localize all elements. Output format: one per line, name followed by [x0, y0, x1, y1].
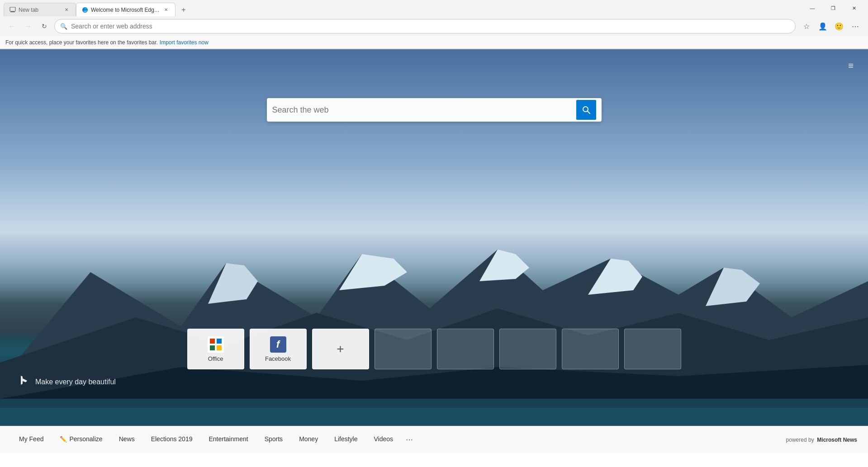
add-icon: + [332, 341, 349, 357]
tab-close-edge[interactable]: ✕ [162, 6, 170, 14]
minimize-button[interactable]: — [802, 0, 823, 16]
search-container [267, 98, 602, 122]
news-tab-entertainment[interactable]: Entertainment [200, 426, 256, 453]
new-tab-button[interactable]: + [177, 4, 190, 16]
news-tab-money-label: Money [299, 435, 318, 443]
tab-title-edge: Welcome to Microsoft Edge Dev [91, 7, 160, 13]
news-tab-lifestyle-label: Lifestyle [334, 435, 357, 443]
tab-title-newtab: New tab [19, 7, 60, 13]
shortcut-facebook[interactable]: f Facebook [250, 329, 307, 369]
shortcut-add[interactable]: + [312, 329, 369, 369]
facebook-icon: f [270, 336, 286, 353]
shortcut-empty-2[interactable] [437, 329, 494, 369]
news-tab-lifestyle[interactable]: Lifestyle [326, 426, 365, 453]
news-more-button[interactable]: ⋯ [401, 426, 417, 453]
bing-logo [18, 374, 31, 390]
address-search-icon: 🔍 [60, 23, 67, 30]
search-box [267, 98, 602, 122]
news-tab-elections[interactable]: Elections 2019 [143, 426, 201, 453]
browser-window: New tab ✕ Welcome to Microsoft Edge Dev [0, 0, 868, 453]
emoji-button[interactable]: 🙂 [832, 19, 846, 33]
bing-brand: Make every day beautiful [18, 374, 116, 390]
search-input[interactable] [272, 105, 573, 115]
news-tab-personalize-label: Personalize [69, 435, 102, 443]
news-navigation: My Feed ✏️ Personalize News Elections 20… [11, 426, 786, 453]
svg-rect-0 [10, 7, 15, 11]
office-icon [208, 336, 224, 353]
news-tab-money[interactable]: Money [291, 426, 326, 453]
powered-by: powered by Microsoft News [786, 437, 857, 443]
profile-button[interactable]: 👤 [816, 19, 830, 33]
address-bar: ← → ↻ 🔍 ☆ 👤 🙂 ⋯ [0, 16, 868, 36]
news-tab-elections-label: Elections 2019 [151, 435, 193, 443]
search-button[interactable] [576, 100, 596, 120]
tab-strip: New tab ✕ Welcome to Microsoft Edge Dev [4, 0, 802, 16]
address-input-container: 🔍 [54, 19, 796, 33]
news-tab-sports[interactable]: Sports [256, 426, 291, 453]
news-tab-my-feed[interactable]: My Feed [11, 426, 52, 453]
close-button[interactable]: ✕ [844, 0, 864, 16]
news-tab-entertainment-label: Entertainment [209, 435, 248, 443]
favorites-button[interactable]: ☆ [799, 19, 814, 33]
favorites-bar: For quick access, place your favorites h… [0, 36, 868, 49]
bing-tagline: Make every day beautiful [35, 378, 116, 386]
shortcut-empty-3[interactable] [499, 329, 556, 369]
window-controls: — ❐ ✕ [802, 0, 864, 16]
shortcut-office[interactable]: Office [187, 329, 244, 369]
browser-chrome: New tab ✕ Welcome to Microsoft Edge Dev [0, 0, 868, 49]
forward-button[interactable]: → [22, 20, 34, 33]
shortcut-facebook-label: Facebook [265, 355, 291, 362]
svg-rect-2 [10, 12, 15, 12]
shortcut-empty-1[interactable] [375, 329, 432, 369]
refresh-button[interactable]: ↻ [38, 20, 51, 33]
search-icon [582, 105, 591, 114]
tab-favicon-edge [82, 7, 88, 13]
import-favorites-link[interactable]: Import favorites now [160, 39, 209, 46]
powered-by-text: powered by [786, 437, 814, 443]
more-button[interactable]: ⋯ [848, 19, 863, 33]
news-tab-my-feed-label: My Feed [19, 435, 43, 443]
tab-new-tab[interactable]: New tab ✕ [4, 3, 76, 16]
svg-rect-20 [217, 345, 222, 350]
svg-rect-17 [210, 339, 215, 344]
toolbar-actions: ☆ 👤 🙂 ⋯ [799, 19, 863, 33]
powered-by-brand: Microsoft News [817, 437, 857, 443]
tab-favicon-newtab [9, 7, 16, 13]
address-input[interactable] [71, 23, 790, 30]
news-bar: My Feed ✏️ Personalize News Elections 20… [0, 426, 868, 453]
svg-rect-19 [217, 339, 222, 344]
news-tab-news-label: News [119, 435, 135, 443]
svg-rect-1 [11, 11, 14, 12]
svg-rect-18 [210, 345, 215, 350]
news-tab-videos-label: Videos [374, 435, 394, 443]
shortcut-empty-5[interactable] [624, 329, 681, 369]
svg-line-15 [587, 111, 590, 114]
shortcut-empty-4[interactable] [562, 329, 619, 369]
back-button[interactable]: ← [5, 20, 18, 33]
personalize-icon: ✏️ [60, 436, 67, 443]
bing-logo-icon [18, 374, 31, 387]
favorites-bar-text: For quick access, place your favorites h… [5, 39, 158, 46]
maximize-button[interactable]: ❐ [823, 0, 844, 16]
shortcut-office-label: Office [208, 355, 223, 362]
tab-edge-welcome[interactable]: Welcome to Microsoft Edge Dev ✕ [76, 3, 175, 16]
shortcuts-container: Office f Facebook + [187, 329, 681, 369]
svg-rect-13 [0, 408, 868, 426]
settings-button[interactable]: ≡ [843, 57, 859, 74]
news-tab-sports-label: Sports [265, 435, 283, 443]
tab-close-newtab[interactable]: ✕ [63, 6, 70, 14]
news-tab-videos[interactable]: Videos [366, 426, 402, 453]
news-tab-news[interactable]: News [111, 426, 143, 453]
new-tab-page: ≡ [0, 49, 868, 453]
title-bar: New tab ✕ Welcome to Microsoft Edge Dev [0, 0, 868, 16]
news-tab-personalize[interactable]: ✏️ Personalize [52, 426, 110, 453]
